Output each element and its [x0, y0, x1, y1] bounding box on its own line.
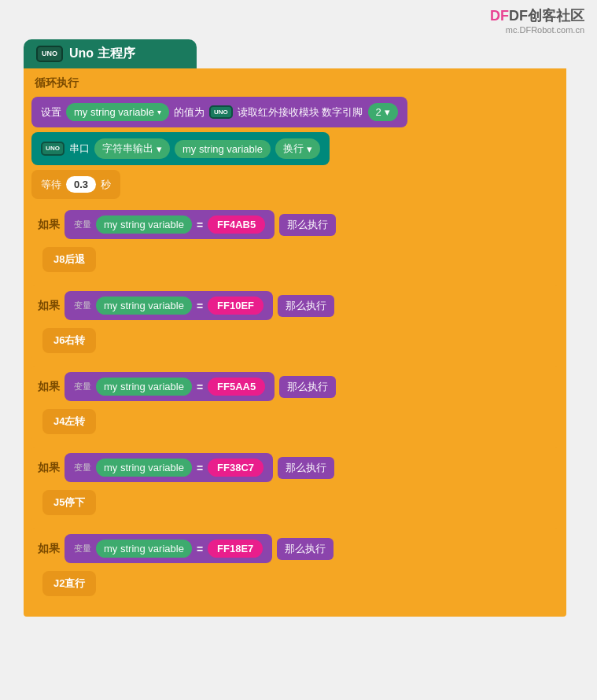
newline-dropdown-arrow: ▾ — [307, 143, 312, 155]
wait-block[interactable]: 等待 0.3 秒 — [31, 170, 120, 199]
if-row-3: 如果变量my string variable=FF38C7那么执行 — [31, 447, 558, 488]
variable-dropdown-arrow: ▾ — [157, 108, 161, 116]
wait-row: 等待 0.3 秒 — [31, 170, 558, 199]
condition-var-label: 变量 — [74, 300, 91, 311]
equals-sign: = — [197, 300, 203, 312]
condition-var-pill[interactable]: my string variable — [96, 297, 192, 315]
if-blocks-container: 如果变量my string variable=FF4AB5那么执行J8后退如果变… — [31, 204, 558, 602]
brand-name: DFDF创客社区 — [490, 6, 584, 25]
equals-sign: = — [197, 381, 203, 393]
if-row-2: 如果变量my string variable=FF5AA5那么执行 — [31, 366, 558, 407]
value-label: 的值为 — [174, 105, 205, 120]
action-row-1: J6右转 — [31, 326, 558, 353]
condition-var-label: 变量 — [74, 462, 91, 473]
uno-chip-inline: UNO — [209, 105, 233, 120]
hex-value-pill[interactable]: FF4AB5 — [208, 216, 265, 234]
condition-var-label: 变量 — [74, 381, 91, 392]
if-block-0: 如果变量my string variable=FF4AB5那么执行J8后退 — [31, 204, 558, 278]
loop-container: 循环执行 设置 my string variable ▾ 的值为 UNO 读取红… — [24, 68, 566, 617]
condition-var-pill[interactable]: my string variable — [96, 540, 192, 558]
wait-unit: 秒 — [101, 178, 111, 192]
if-block-1: 如果变量my string variable=FF10EF那么执行J6右转 — [31, 285, 558, 359]
hex-value-pill[interactable]: FF38C7 — [208, 459, 263, 477]
set-variable-block[interactable]: 设置 my string variable ▾ 的值为 UNO 读取红外接收模块… — [31, 97, 407, 127]
if-row-1: 如果变量my string variable=FF10EF那么执行 — [31, 285, 558, 326]
if-condition-0[interactable]: 变量my string variable=FF4AB5 — [64, 210, 275, 239]
equals-sign: = — [197, 219, 203, 231]
brand-url: mc.DFRobot.com.cn — [490, 25, 584, 35]
if-block-2: 如果变量my string variable=FF5AA5那么执行J4左转 — [31, 366, 558, 440]
pin-pill[interactable]: 2 ▾ — [368, 103, 398, 121]
serial-block[interactable]: UNO 串口 字符串输出 ▾ my string variable 换行 ▾ — [31, 132, 330, 165]
wait-label: 等待 — [41, 178, 61, 192]
if-condition-3[interactable]: 变量my string variable=FF38C7 — [64, 453, 273, 482]
loop-label: 循环执行 — [31, 76, 558, 90]
variable-name-pill[interactable]: my string variable ▾ — [66, 103, 169, 121]
canvas: UNO Uno 主程序 循环执行 设置 my string variable ▾… — [24, 39, 574, 617]
then-label: 那么执行 — [278, 295, 334, 317]
then-label: 那么执行 — [279, 376, 336, 398]
if-row-0: 如果变量my string variable=FF4AB5那么执行 — [31, 204, 558, 245]
equals-sign: = — [197, 543, 203, 555]
condition-var-label: 变量 — [74, 219, 91, 230]
uno-header-block[interactable]: UNO Uno 主程序 — [24, 39, 197, 68]
serial-row: UNO 串口 字符串输出 ▾ my string variable 换行 ▾ — [31, 132, 558, 165]
if-condition-4[interactable]: 变量my string variable=FF18E7 — [64, 534, 272, 563]
action-row-3: J5停下 — [31, 488, 558, 515]
action-row-2: J4左转 — [31, 407, 558, 434]
if-condition-2[interactable]: 变量my string variable=FF5AA5 — [64, 372, 275, 401]
if-condition-1[interactable]: 变量my string variable=FF10EF — [64, 291, 273, 320]
then-label: 那么执行 — [278, 457, 334, 479]
if-keyword: 如果 — [38, 542, 60, 556]
action-block[interactable]: J8后退 — [42, 247, 96, 272]
hex-value-pill[interactable]: FF10EF — [208, 297, 263, 315]
serial-variable-pill[interactable]: my string variable — [175, 140, 271, 158]
output-dropdown-arrow: ▾ — [157, 143, 162, 155]
set-label: 设置 — [41, 105, 61, 120]
then-label: 那么执行 — [277, 538, 334, 560]
then-label: 那么执行 — [279, 214, 336, 236]
action-block[interactable]: J2直行 — [42, 571, 96, 596]
wait-value[interactable]: 0.3 — [66, 176, 96, 193]
condition-var-label: 变量 — [74, 543, 91, 554]
equals-sign: = — [197, 462, 203, 474]
action-row-0: J8后退 — [31, 245, 558, 272]
hex-value-pill[interactable]: FF5AA5 — [208, 378, 265, 396]
read-label: 读取红外接收模块 数字引脚 — [238, 105, 363, 120]
uno-chip-icon: UNO — [36, 46, 63, 62]
if-row-4: 如果变量my string variable=FF18E7那么执行 — [31, 528, 558, 569]
condition-var-pill[interactable]: my string variable — [96, 459, 192, 477]
output-type-pill[interactable]: 字符串输出 ▾ — [94, 138, 170, 159]
action-block[interactable]: J6右转 — [42, 328, 96, 353]
if-keyword: 如果 — [38, 461, 60, 475]
branding: DFDF创客社区 mc.DFRobot.com.cn — [490, 6, 584, 35]
if-keyword: 如果 — [38, 380, 60, 394]
uno-chip-serial: UNO — [41, 142, 64, 156]
action-block[interactable]: J5停下 — [42, 490, 96, 515]
if-keyword: 如果 — [38, 218, 60, 232]
pin-dropdown-arrow: ▾ — [385, 106, 390, 118]
if-block-3: 如果变量my string variable=FF38C7那么执行J5停下 — [31, 447, 558, 521]
uno-title: Uno 主程序 — [69, 46, 135, 62]
action-block[interactable]: J4左转 — [42, 409, 96, 434]
hex-value-pill[interactable]: FF18E7 — [208, 540, 263, 558]
condition-var-pill[interactable]: my string variable — [96, 216, 192, 234]
port-label: 串口 — [69, 142, 90, 156]
set-variable-row: 设置 my string variable ▾ 的值为 UNO 读取红外接收模块… — [31, 97, 558, 127]
if-keyword: 如果 — [38, 299, 60, 313]
if-block-4: 如果变量my string variable=FF18E7那么执行J2直行 — [31, 528, 558, 602]
newline-pill[interactable]: 换行 ▾ — [275, 138, 320, 159]
condition-var-pill[interactable]: my string variable — [96, 378, 192, 396]
action-row-4: J2直行 — [31, 569, 558, 596]
